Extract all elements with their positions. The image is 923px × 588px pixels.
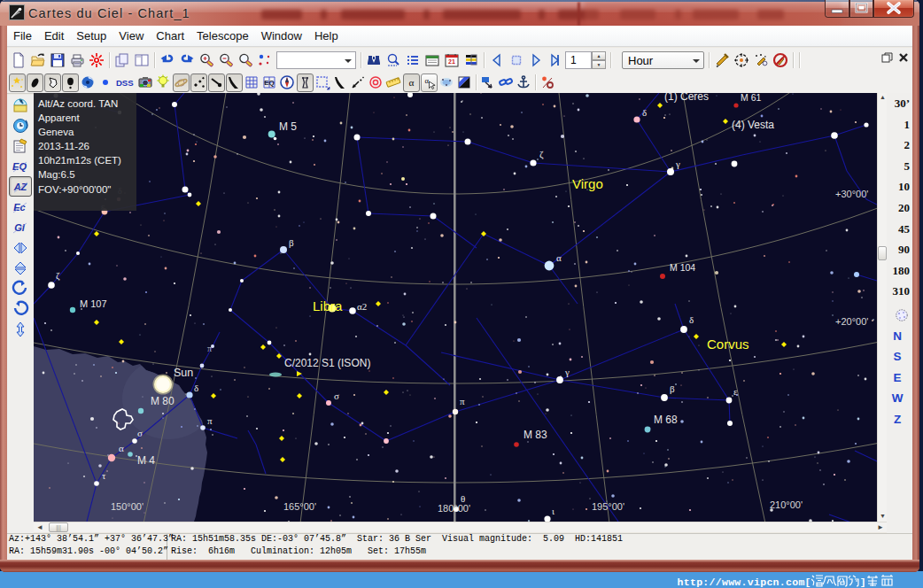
svg-text:α2: α2: [357, 301, 367, 312]
svg-text:M 68: M 68: [654, 414, 678, 426]
svg-text:δ: δ: [194, 383, 198, 393]
svg-text:Virgo: Virgo: [572, 176, 603, 191]
svg-text:α: α: [556, 252, 562, 263]
svg-text:ι: ι: [552, 506, 555, 516]
svg-text:+30°00': +30°00': [835, 189, 868, 199]
svg-text:M 80: M 80: [151, 395, 175, 407]
svg-text:21: 21: [448, 58, 455, 65]
svg-text:M 4: M 4: [137, 454, 155, 467]
svg-text:210°00': 210°00': [770, 499, 803, 510]
svg-text:DSS: DSS: [116, 78, 134, 88]
svg-text:β: β: [670, 383, 675, 394]
svg-text:β: β: [289, 237, 294, 248]
svg-text:τ: τ: [102, 470, 106, 481]
svg-text:Libra: Libra: [313, 298, 343, 313]
svg-text:γ: γ: [564, 367, 570, 377]
svg-text:165°00': 165°00': [283, 501, 316, 512]
svg-text:180°00': 180°00': [438, 503, 470, 514]
svg-text:M 83: M 83: [524, 429, 547, 441]
svg-text:α: α: [119, 443, 124, 453]
svg-text:+20°00': +20°00': [835, 316, 868, 327]
svg-text:γ: γ: [675, 159, 680, 169]
svg-text:ζ: ζ: [56, 270, 60, 282]
svg-text:C/2012 S1 (ISON): C/2012 S1 (ISON): [284, 357, 370, 369]
svg-text:EQ: EQ: [12, 161, 27, 172]
svg-text:(4) Vesta: (4) Vesta: [732, 119, 774, 131]
svg-text:π: π: [207, 344, 212, 353]
svg-text:M 61: M 61: [741, 93, 762, 103]
svg-text:σ: σ: [334, 391, 339, 401]
svg-text:δ: δ: [689, 314, 694, 325]
svg-text:M 5: M 5: [279, 120, 297, 133]
svg-text:M 104: M 104: [670, 262, 695, 273]
svg-text:Corvus: Corvus: [707, 337, 749, 352]
svg-text:M 107: M 107: [80, 298, 107, 309]
svg-text:ζ: ζ: [539, 149, 544, 160]
svg-text:α: α: [408, 77, 414, 88]
svg-text:π: π: [460, 396, 465, 406]
svg-text:π: π: [207, 415, 213, 426]
svg-text:150°00': 150°00': [111, 501, 143, 512]
svg-text:EQ: EQ: [264, 79, 275, 87]
svg-text:δ: δ: [642, 107, 647, 118]
svg-text:(1) Ceres: (1) Ceres: [664, 93, 709, 103]
svg-text:ε: ε: [733, 386, 738, 397]
svg-text:α: α: [424, 76, 429, 85]
svg-text:195°00': 195°00': [592, 501, 624, 512]
svg-text:Sun: Sun: [174, 367, 193, 379]
svg-text:σ: σ: [137, 428, 143, 438]
